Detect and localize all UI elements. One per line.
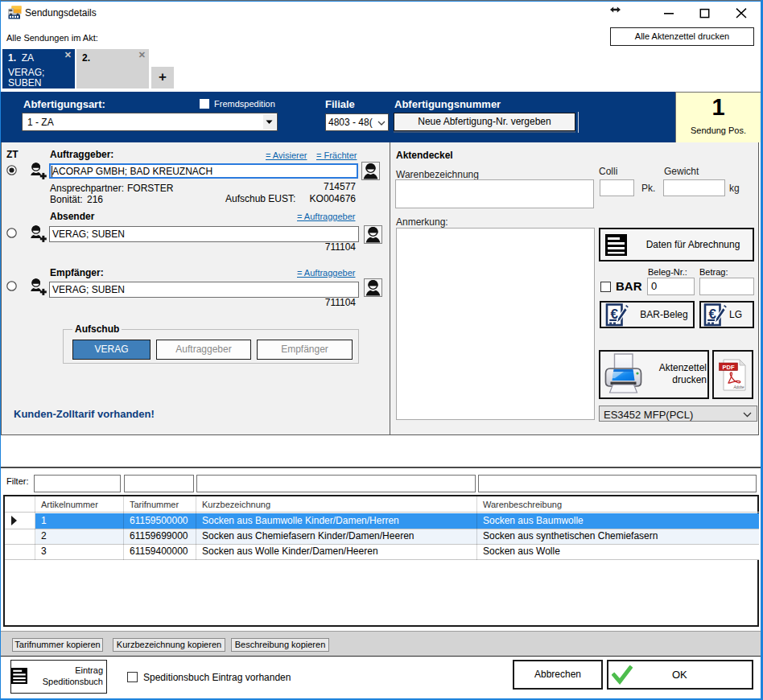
svg-text:Adobe: Adobe bbox=[732, 385, 744, 389]
svg-text:PDF: PDF bbox=[723, 364, 735, 371]
